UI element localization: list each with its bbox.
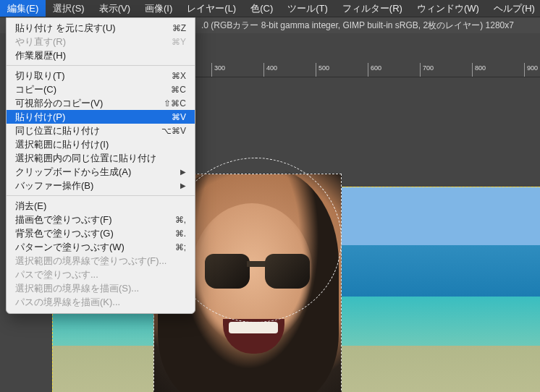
menu-ツール[interactable]: ツール(T) <box>280 0 335 17</box>
menu-item-label: 同じ位置に貼り付け <box>15 124 153 137</box>
menubar: 編集(E)選択(S)表示(V)画像(I)レイヤー(L)色(C)ツール(T)フィル… <box>0 0 540 17</box>
menu-item-shortcut: ⌘. <box>175 229 186 239</box>
menu-item-選択範囲に貼り付けI[interactable]: 選択範囲に貼り付け(I) <box>7 137 195 151</box>
menu-separator <box>7 65 195 66</box>
menu-item-label: 消去(E) <box>15 200 186 213</box>
menu-item-やり直すR: やり直す(R)⌘Y <box>7 35 195 48</box>
ruler-tick: 900 <box>524 63 538 77</box>
menu-item-shortcut: ⌘V <box>172 112 186 122</box>
menu-item-label: 作業履歴(H) <box>15 49 186 62</box>
menu-item-label: 貼り付け(P) <box>15 111 163 124</box>
menu-item-クリップボードから生成A[interactable]: クリップボードから生成(A)▶ <box>7 165 195 179</box>
menu-item-パスで塗りつぶす: パスで塗りつぶす... <box>7 268 195 281</box>
menu-item-label: 選択範囲内の同じ位置に貼り付け <box>15 152 186 165</box>
menu-編集[interactable]: 編集(E) <box>0 0 46 17</box>
menu-item-shortcut: ⌘X <box>172 71 186 81</box>
menu-item-label: パスの境界線を描画(K)... <box>15 296 186 309</box>
menu-item-label: 可視部分のコピー(V) <box>15 97 155 110</box>
menu-item-選択範囲内の同じ位置に貼り付け[interactable]: 選択範囲内の同じ位置に貼り付け <box>7 151 195 165</box>
menu-item-shortcut: ⌘C <box>171 85 186 95</box>
menu-item-label: 選択範囲の境界線で塗りつぶす(F)... <box>15 255 186 268</box>
menu-item-貼り付けを元に戻すU[interactable]: 貼り付け を元に戻す(U)⌘Z <box>7 21 195 35</box>
ruler-tick: 700 <box>420 63 434 77</box>
menu-ウィンドウ[interactable]: ウィンドウ(W) <box>410 0 486 17</box>
menu-item-label: バッファー操作(B) <box>15 179 174 192</box>
menu-画像[interactable]: 画像(I) <box>138 0 180 17</box>
menu-item-shortcut: ⌘Y <box>172 37 186 47</box>
menu-レイヤー[interactable]: レイヤー(L) <box>180 0 243 17</box>
menu-item-label: 選択範囲の境界線を描画(S)... <box>15 282 186 295</box>
image-title-text: .0 (RGBカラー 8-bit gamma integer, GIMP bui… <box>201 20 514 32</box>
edit-menu-dropdown: 貼り付け を元に戻す(U)⌘Zやり直す(R)⌘Y作業履歴(H)切り取り(T)⌘X… <box>6 17 195 314</box>
menu-item-shortcut: ⌘; <box>175 242 186 252</box>
menu-item-背景色で塗りつぶすG[interactable]: 背景色で塗りつぶす(G)⌘. <box>7 226 195 240</box>
menu-item-label: 描画色で塗りつぶす(F) <box>15 213 166 226</box>
menu-item-コピーC[interactable]: コピー(C)⌘C <box>7 82 195 96</box>
menu-item-選択範囲の境界線を描画S: 選択範囲の境界線を描画(S)... <box>7 281 195 295</box>
menu-item-label: 貼り付け を元に戻す(U) <box>15 22 164 35</box>
menu-フィルター[interactable]: フィルター(R) <box>335 0 410 17</box>
menu-item-label: やり直す(R) <box>15 35 163 48</box>
menu-表示[interactable]: 表示(V) <box>92 0 138 17</box>
submenu-arrow-icon: ▶ <box>179 168 186 176</box>
menu-item-描画色で塗りつぶすF[interactable]: 描画色で塗りつぶす(F)⌘, <box>7 213 195 226</box>
menu-item-label: パターンで塗りつぶす(W) <box>15 241 166 254</box>
menu-item-選択範囲の境界線で塗りつぶすF: 選択範囲の境界線で塗りつぶす(F)... <box>7 254 195 268</box>
menu-item-消去E[interactable]: 消去(E) <box>7 199 195 213</box>
menu-item-同じ位置に貼り付け[interactable]: 同じ位置に貼り付け⌥⌘V <box>7 124 195 137</box>
menu-ヘルプ[interactable]: ヘルプ(H) <box>486 0 540 17</box>
menu-選択[interactable]: 選択(S) <box>46 0 91 17</box>
menu-item-パスの境界線を描画K: パスの境界線を描画(K)... <box>7 295 195 309</box>
menu-item-label: 切り取り(T) <box>15 69 163 82</box>
sunglasses <box>205 254 310 291</box>
ruler-tick: 300 <box>211 63 225 77</box>
menu-item-作業履歴H[interactable]: 作業履歴(H) <box>7 48 195 62</box>
menu-item-可視部分のコピーV[interactable]: 可視部分のコピー(V)⇧⌘C <box>7 96 195 110</box>
menu-item-label: 背景色で塗りつぶす(G) <box>15 227 166 240</box>
menu-item-shortcut: ⌥⌘V <box>161 126 186 136</box>
ruler-tick: 400 <box>263 63 277 77</box>
menu-item-label: パスで塗りつぶす... <box>15 268 186 281</box>
menu-色[interactable]: 色(C) <box>243 0 280 17</box>
menu-item-label: 選択範囲に貼り付け(I) <box>15 138 186 151</box>
menu-item-切り取りT[interactable]: 切り取り(T)⌘X <box>7 69 195 82</box>
menu-item-パターンで塗りつぶすW[interactable]: パターンで塗りつぶす(W)⌘; <box>7 240 195 254</box>
menu-separator <box>7 195 195 196</box>
ruler-tick: 600 <box>368 63 381 77</box>
menu-item-shortcut: ⇧⌘C <box>164 98 186 108</box>
ruler-tick: 500 <box>316 63 329 77</box>
menu-item-shortcut: ⌘Z <box>172 23 186 33</box>
menu-item-label: クリップボードから生成(A) <box>15 166 174 179</box>
menu-item-貼り付けP[interactable]: 貼り付け(P)⌘V <box>7 110 195 124</box>
ruler-tick: 800 <box>472 63 486 77</box>
menu-item-label: コピー(C) <box>15 83 162 96</box>
submenu-arrow-icon: ▶ <box>179 182 186 189</box>
menu-item-バッファー操作B[interactable]: バッファー操作(B)▶ <box>7 179 195 192</box>
menu-item-shortcut: ⌘, <box>175 215 186 225</box>
